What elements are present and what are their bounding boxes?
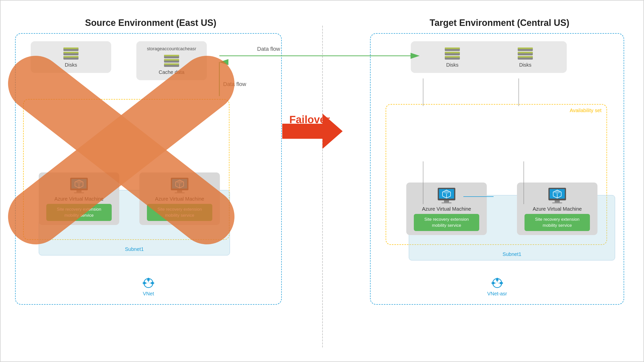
svg-rect-75 bbox=[552, 202, 562, 203]
target-disk2-icon bbox=[516, 46, 534, 60]
target-vnet-icon-container: VNet-asr bbox=[487, 277, 507, 297]
svg-rect-74 bbox=[555, 200, 560, 202]
main-container: Data flow Data flow Failover Source Envi… bbox=[0, 0, 644, 362]
target-disks-box: Disks Disks bbox=[411, 41, 567, 73]
target-subnet-label: Subnet1 bbox=[503, 251, 521, 257]
diagram-wrapper: Source Environment (East US) Disks bbox=[15, 18, 629, 344]
cache-data-label: Cache data bbox=[159, 69, 184, 75]
svg-rect-54 bbox=[445, 48, 460, 49]
source-vm-group-box: Subnet1 bbox=[23, 99, 229, 240]
target-vnet-label: VNet-asr bbox=[487, 291, 507, 297]
target-vm1-site-recovery-badge: Site recovery extension mobility service bbox=[414, 214, 479, 231]
target-vm1-icon bbox=[436, 187, 457, 204]
svg-point-50 bbox=[143, 282, 144, 284]
source-disks-label: Disks bbox=[65, 62, 77, 68]
svg-rect-18 bbox=[63, 48, 78, 49]
cache-disk-icon bbox=[163, 54, 180, 67]
target-disk2-item: Disks bbox=[516, 46, 534, 68]
target-vm1-box: Azure Virtual Machine Site recovery exte… bbox=[406, 183, 487, 235]
middle-section bbox=[286, 18, 370, 319]
source-disk-icon bbox=[62, 46, 80, 60]
source-vnet-label: VNet bbox=[143, 291, 154, 297]
svg-point-88 bbox=[501, 282, 503, 284]
source-subnet-label: Subnet1 bbox=[125, 246, 144, 252]
source-outer-box: Disks storageaccountcacheasr Cache data bbox=[15, 33, 282, 305]
svg-rect-39 bbox=[175, 192, 185, 193]
svg-rect-60 bbox=[518, 48, 533, 49]
svg-rect-24 bbox=[164, 55, 179, 56]
source-vm2-site-recovery-badge: Site recovery extension mobility service bbox=[147, 204, 212, 221]
source-vm1-box: Azure Virtual Machine Site recovery exte… bbox=[39, 172, 119, 225]
svg-rect-56 bbox=[445, 52, 460, 53]
target-title: Target Environment (Central US) bbox=[370, 18, 629, 28]
source-vm1-label: Azure Virtual Machine bbox=[54, 196, 103, 202]
svg-rect-58 bbox=[445, 56, 460, 58]
source-vnet-icon bbox=[140, 277, 157, 289]
target-disk1-label: Disks bbox=[446, 62, 459, 68]
svg-rect-22 bbox=[63, 56, 78, 58]
target-vm2-box: Azure Virtual Machine Site recovery exte… bbox=[517, 183, 597, 235]
svg-point-87 bbox=[496, 278, 498, 279]
source-vnet-icon-container: VNet bbox=[140, 277, 157, 297]
target-vm2-site-recovery-badge: Site recovery extension mobility service bbox=[525, 214, 590, 231]
target-vnet-icon bbox=[488, 277, 506, 289]
target-vm2-label: Azure Virtual Machine bbox=[533, 206, 582, 212]
target-outer-box: Disks Disks bbox=[370, 33, 624, 305]
source-vm2-icon bbox=[170, 176, 190, 194]
svg-point-51 bbox=[148, 278, 149, 279]
target-disk2-label: Disks bbox=[519, 62, 532, 68]
target-vm2-icon bbox=[547, 187, 567, 204]
svg-rect-28 bbox=[164, 63, 179, 65]
svg-rect-67 bbox=[444, 200, 449, 202]
target-disk1-icon bbox=[444, 46, 461, 60]
source-title: Source Environment (East US) bbox=[15, 18, 286, 28]
target-environment: Target Environment (Central US) Di bbox=[370, 18, 629, 319]
target-vm2-site-recovery-text: Site recovery extension mobility service bbox=[535, 217, 580, 228]
source-vm1-site-recovery-badge: Site recovery extension mobility service bbox=[46, 204, 112, 221]
source-vm1-icon bbox=[69, 176, 89, 194]
source-environment: Source Environment (East US) Disks bbox=[15, 18, 286, 319]
source-vm2-box: Azure Virtual Machine Site recovery exte… bbox=[139, 172, 220, 225]
availability-set-box: Availability set Subnet1 bbox=[386, 104, 607, 245]
source-vm2-site-recovery-text: Site recovery extension mobility service bbox=[157, 207, 202, 218]
svg-rect-20 bbox=[63, 52, 78, 53]
svg-rect-64 bbox=[518, 56, 533, 58]
source-vm2-label: Azure Virtual Machine bbox=[155, 196, 204, 202]
source-cache-storage-box: storageaccountcacheasr Cache data bbox=[136, 41, 207, 80]
svg-rect-62 bbox=[518, 52, 533, 53]
svg-rect-38 bbox=[177, 190, 182, 192]
svg-point-86 bbox=[491, 282, 493, 284]
source-disks-box: Disks bbox=[31, 41, 111, 73]
svg-rect-32 bbox=[74, 192, 84, 193]
target-disk1-item: Disks bbox=[444, 46, 461, 68]
svg-point-52 bbox=[153, 282, 154, 284]
source-vm1-site-recovery-text: Site recovery extension mobility service bbox=[57, 207, 101, 218]
target-vm1-label: Azure Virtual Machine bbox=[422, 206, 471, 212]
svg-rect-31 bbox=[76, 190, 82, 192]
storage-account-name: storageaccountcacheasr bbox=[147, 46, 196, 52]
svg-rect-26 bbox=[164, 59, 179, 61]
availability-set-label: Availability set bbox=[570, 108, 601, 113]
target-vm1-site-recovery-text: Site recovery extension mobility service bbox=[424, 217, 469, 228]
svg-rect-68 bbox=[441, 202, 452, 203]
